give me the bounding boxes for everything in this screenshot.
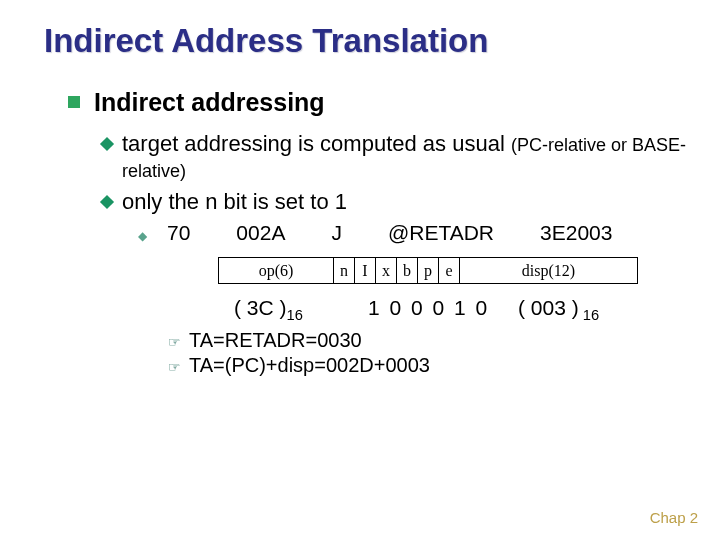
bullet-level2-target: target addressing is computed as usual (… [102,131,720,183]
diamond-bullet-icon [100,195,114,209]
format-table: op(6) n I x b p e disp(12) [218,257,638,284]
cell-flag-i: I [355,258,376,284]
cell-flag-b: b [397,258,418,284]
cell-flag-e: e [439,258,460,284]
decode-op-hex: ( 3C ) [234,296,287,319]
decode-row: ( 3C )16 1 0 0 0 1 0 ( 003 ) 16 [234,296,720,323]
instruction-row: 70 002A J @RETADR 3E2003 [167,221,612,245]
l1-text: Indirect addressing [94,88,325,117]
operand: @RETADR [388,221,494,245]
decode-op-sub: 16 [287,307,303,323]
bullet-level1: Indirect addressing [68,88,720,117]
cell-flag-p: p [418,258,439,284]
slide-footer: Chap 2 [650,509,698,526]
bullet-level3: ◆ 70 002A J @RETADR 3E2003 op(6) n I x b… [138,221,720,323]
ta-equation-1: TA=RETADR=0030 [189,329,362,352]
ta-equation-2: TA=(PC)+disp=002D+0003 [189,354,430,377]
ta-line-2: ☞ TA=(PC)+disp=002D+0003 [168,354,720,377]
slide-title: Indirect Address Translation [0,0,720,60]
decode-op: ( 3C )16 [234,296,368,323]
decode-disp: ( 003 ) 16 [518,296,668,323]
square-bullet-icon [68,96,80,108]
l2-target-text: target addressing is computed as usual (… [122,131,720,183]
cell-flag-x: x [376,258,397,284]
cell-flag-n: n [334,258,355,284]
bullet-level4-group: ☞ TA=RETADR=0030 ☞ TA=(PC)+disp=002D+000… [168,329,720,377]
decode-disp-hex: ( 003 ) [518,296,579,319]
format-diagram: op(6) n I x b p e disp(12) [218,257,720,284]
bullet-level2-only: only the n bit is set to 1 [102,189,720,215]
cell-op: op(6) [219,258,334,284]
slide-body: Indirect addressing target addressing is… [0,60,720,377]
l2-target-main: target addressing is computed as usual [122,131,511,156]
ta-line-1: ☞ TA=RETADR=0030 [168,329,720,352]
pointer-icon: ☞ [168,359,181,375]
line-number: 70 [167,221,190,245]
mnemonic: J [331,221,342,245]
diamond-bullet-icon [100,137,114,151]
pointer-icon: ☞ [168,334,181,350]
l2-only-text: only the n bit is set to 1 [122,189,347,215]
object-code: 3E2003 [540,221,612,245]
decode-disp-sub: 16 [579,307,599,323]
decode-bits: 1 0 0 0 1 0 [368,296,518,323]
address: 002A [236,221,285,245]
cell-disp: disp(12) [460,258,638,284]
triangle-bullet-icon: ◆ [138,229,147,243]
